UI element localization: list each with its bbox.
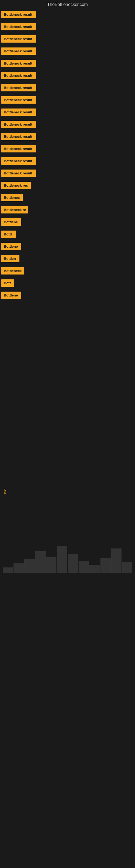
bottleneck-badge[interactable]: Bottleneck result [1, 108, 36, 116]
bottleneck-badge[interactable]: Bottleneck result [1, 145, 36, 152]
bottleneck-badge[interactable]: Bottleneck result [1, 133, 36, 140]
bottleneck-badge[interactable]: Bottleneck result [1, 48, 36, 55]
bottleneck-badge[interactable]: Bottleneck result [1, 23, 36, 30]
bottleneck-badge[interactable]: Bottleneck result [1, 84, 36, 91]
bottleneck-row: Bott [0, 278, 135, 289]
chart-area: chart [0, 410, 135, 573]
bottleneck-list: Bottleneck resultBottleneck resultBottle… [0, 9, 135, 302]
bottleneck-badge[interactable]: Bottlene [1, 218, 21, 226]
bottleneck-row: Bottlene [0, 241, 135, 253]
bar [13, 563, 24, 573]
bottleneck-badge[interactable]: Bottleneck result [1, 121, 36, 128]
bottleneck-row: Bottleneck result [0, 119, 135, 131]
bottleneck-badge[interactable]: Bottleneck result [1, 60, 36, 67]
bar [122, 562, 132, 573]
bottleneck-badge[interactable]: Bottleneck result [1, 96, 36, 104]
bottleneck-row: Bottleneck result [0, 22, 135, 33]
bottleneck-badge[interactable]: Bottleneck result [1, 72, 36, 79]
bottleneck-row: Bottleneck result [0, 46, 135, 58]
bottleneck-badge[interactable]: Bott [1, 279, 14, 287]
bottleneck-row: Bottlene [0, 290, 135, 302]
bottleneck-row: Bottleneck result [0, 70, 135, 82]
bottleneck-row: Bottleneck result [0, 95, 135, 106]
bottleneck-badge[interactable]: Bottleneck res [1, 182, 31, 189]
chart-bars [0, 546, 135, 573]
bottleneck-badge[interactable]: Bottleneck result [1, 11, 36, 18]
bottleneck-badge[interactable]: Bottlen [1, 255, 19, 262]
bar [35, 551, 46, 573]
bar [111, 549, 122, 573]
bar [100, 558, 111, 573]
bar [3, 567, 13, 573]
bottleneck-badge[interactable]: Bottlenec [1, 194, 23, 201]
bottleneck-row: Bottleneck result [0, 144, 135, 155]
bottleneck-row: Bottleneck result [0, 156, 135, 167]
bottleneck-badge[interactable]: Bottlene [1, 243, 21, 250]
bar [24, 559, 35, 573]
bottleneck-row: Bottleneck result [0, 9, 135, 21]
bottleneck-badge[interactable]: Bottl [1, 230, 16, 238]
bar [46, 557, 56, 573]
bottleneck-row: Bottlen [0, 253, 135, 265]
bottleneck-row: Bottlenec [0, 192, 135, 204]
bottleneck-row: Bottleneck result [0, 58, 135, 70]
bottleneck-badge[interactable]: Bottleneck result [1, 157, 36, 165]
site-header: TheBottlenecker.com [0, 0, 135, 9]
bar [79, 561, 89, 573]
bottleneck-row: Bottleneck re [0, 205, 135, 216]
bottleneck-row: Bottleneck result [0, 107, 135, 119]
bottleneck-badge[interactable]: Bottleneck result [1, 169, 36, 177]
bar [68, 554, 78, 573]
bottleneck-row: Bottleneck result [0, 34, 135, 45]
bottleneck-row: Bottleneck [0, 266, 135, 277]
bottleneck-badge[interactable]: Bottleneck result [1, 35, 36, 42]
bottleneck-row: Bottleneck res [0, 180, 135, 192]
bottleneck-row: Bottlene [0, 217, 135, 228]
bottleneck-badge[interactable]: Bottleneck [1, 267, 24, 275]
bottleneck-badge[interactable]: Bottleneck re [1, 206, 28, 214]
bar [57, 546, 67, 573]
site-title: TheBottlenecker.com [0, 0, 135, 9]
bottleneck-badge[interactable]: Bottlene [1, 291, 21, 299]
bottleneck-row: Bottleneck result [0, 83, 135, 94]
bar [89, 565, 100, 573]
bottleneck-row: Bottl [0, 229, 135, 241]
chart-label: chart [3, 489, 6, 494]
bottleneck-row: Bottleneck result [0, 168, 135, 180]
bottleneck-row: Bottleneck result [0, 131, 135, 143]
